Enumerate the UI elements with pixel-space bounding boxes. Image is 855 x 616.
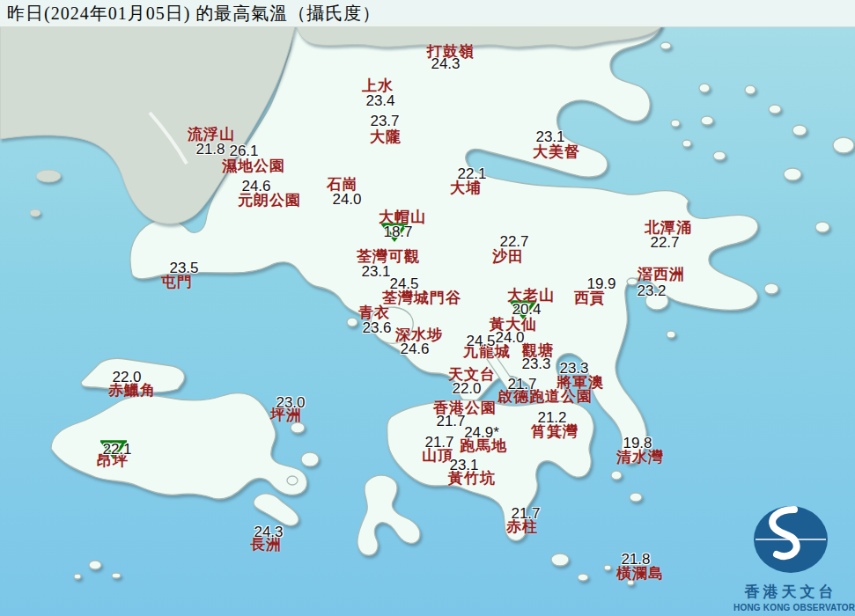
station-name-label: 大隴 xyxy=(370,129,402,144)
station-temp-value: 24.9* xyxy=(464,425,499,440)
station-temp-value: 21.7 xyxy=(507,377,536,392)
station-temp-value: 23.2 xyxy=(637,283,666,298)
hko-logo-text-en: HONG KONG OBSERVATORY xyxy=(733,603,848,612)
station-temp-value: 24.3 xyxy=(431,56,460,71)
station-name-label: 清水灣 xyxy=(616,450,664,465)
station-temp-value: 21.7 xyxy=(436,414,465,429)
station-name-label: 屯門 xyxy=(161,275,193,290)
hko-logo-icon xyxy=(747,501,835,578)
station-temp-value: 22.1 xyxy=(457,166,486,181)
station-name-label: 橫瀾島 xyxy=(616,566,664,581)
station-temp-value: 24.6 xyxy=(400,341,429,356)
station-labels-layer: 打鼓嶺24.3上水23.4大隴23.7流浮山21.8濕地公園26.1元朗公園24… xyxy=(0,0,855,616)
station-name-label: 荃灣可觀 xyxy=(357,249,420,264)
station-temp-value: 21.2 xyxy=(537,410,566,425)
station-temp-value: 23.0 xyxy=(276,395,305,410)
station-name-label: 上水 xyxy=(362,78,394,93)
station-temp-value: 24.5 xyxy=(389,276,418,291)
station-temp-value: 22.1 xyxy=(102,442,131,457)
station-temp-value: 24.6 xyxy=(241,179,270,194)
station-temp-value: 23.1 xyxy=(361,264,390,279)
station-temp-value: 21.8 xyxy=(195,142,225,157)
station-name-label: 大帽山 xyxy=(379,209,426,224)
station-name-label: 青衣 xyxy=(358,305,390,320)
station-name-label: 筲箕灣 xyxy=(531,424,579,439)
station-temp-value: 23.4 xyxy=(365,93,394,108)
station-temp-value: 23.3 xyxy=(559,361,588,376)
station-name-label: 西貢 xyxy=(574,290,606,305)
station-temp-value: 24.5 xyxy=(466,334,495,348)
station-name-label: 荃灣城門谷 xyxy=(382,290,461,305)
station-temp-value: 18.7 xyxy=(383,224,412,239)
station-name-label: 北潭涌 xyxy=(645,220,692,235)
station-temp-value: 23.5 xyxy=(169,260,198,275)
station-temp-value: 21.8 xyxy=(621,552,650,567)
station-temp-value: 20.4 xyxy=(512,302,541,317)
station-temp-value: 26.1 xyxy=(229,143,258,158)
station-temp-value: 19.8 xyxy=(623,436,652,451)
station-temp-value: 22.0 xyxy=(452,381,481,396)
station-temp-value: 23.1 xyxy=(535,129,564,144)
station-temp-value: 22.7 xyxy=(499,234,528,249)
station-name-label: 大美督 xyxy=(533,144,580,159)
title-bar: 昨日(2024年01月05日) 的最高氣溫（攝氏度） xyxy=(0,0,855,27)
station-temp-value: 23.3 xyxy=(521,356,550,371)
station-name-label: 流浮山 xyxy=(188,127,235,142)
weather-map: 打鼓嶺24.3上水23.4大隴23.7流浮山21.8濕地公園26.1元朗公園24… xyxy=(0,0,855,616)
station-temp-value: 19.9 xyxy=(586,276,615,291)
station-temp-value: 24.3 xyxy=(254,524,283,539)
station-name-label: 濕地公園 xyxy=(222,158,285,173)
station-temp-value: 23.6 xyxy=(362,320,391,335)
map-title: 昨日(2024年01月05日) 的最高氣溫（攝氏度） xyxy=(0,2,380,26)
hko-logo-text-zh: 香港天文台 xyxy=(733,582,848,602)
station-temp-value: 23.7 xyxy=(370,114,399,128)
station-temp-value: 22.7 xyxy=(650,235,679,250)
station-temp-value: 22.0 xyxy=(112,370,141,385)
station-temp-value: 21.7 xyxy=(424,435,453,450)
station-name-label: 元朗公園 xyxy=(238,193,301,208)
hko-logo: 香港天文台 HONG KONG OBSERVATORY xyxy=(733,501,848,612)
station-name-label: 沙田 xyxy=(492,249,524,264)
station-name-label: 石崗 xyxy=(327,177,358,192)
station-temp-value: 24.0 xyxy=(332,192,361,207)
station-temp-value: 23.1 xyxy=(449,458,478,473)
station-name-label: 滘西洲 xyxy=(638,267,685,282)
station-temp-value: 21.7 xyxy=(511,506,540,521)
station-name-label: 大埔 xyxy=(450,180,482,195)
